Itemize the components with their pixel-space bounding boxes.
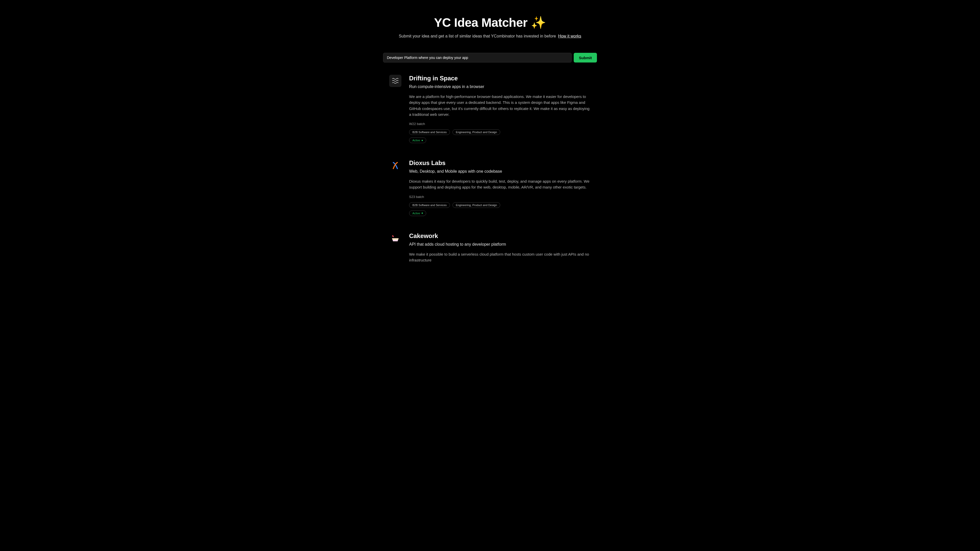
batch-label: W22 batch — [409, 122, 591, 126]
status-dot-icon — [422, 140, 423, 141]
category-tag: Engineering, Product and Design — [452, 129, 500, 135]
result-card: Cakework API that adds cloud hosting to … — [389, 232, 591, 268]
status-dot-icon — [422, 213, 423, 214]
company-name: Drifting in Space — [409, 75, 591, 82]
results-list: Drifting in Space Run compute-intensive … — [383, 75, 597, 268]
status-badge: Active — [409, 210, 426, 216]
idea-input[interactable] — [383, 53, 572, 62]
result-content: Cakework API that adds cloud hosting to … — [409, 232, 591, 268]
status-label: Active — [412, 212, 420, 215]
tags-row: B2B Software and Services Engineering, P… — [409, 129, 591, 135]
batch-label: S23 batch — [409, 195, 591, 199]
category-tag: B2B Software and Services — [409, 202, 450, 208]
company-logo-icon — [389, 232, 401, 245]
company-tagline: API that adds cloud hosting to any devel… — [409, 242, 591, 247]
status-label: Active — [412, 139, 420, 142]
tags-row: B2B Software and Services Engineering, P… — [409, 202, 591, 208]
category-tag: B2B Software and Services — [409, 129, 450, 135]
result-card: Dioxus Labs Web, Desktop, and Mobile app… — [389, 159, 591, 216]
submit-button[interactable]: Submit — [574, 53, 597, 62]
result-content: Dioxus Labs Web, Desktop, and Mobile app… — [409, 159, 591, 216]
result-content: Drifting in Space Run compute-intensive … — [409, 75, 591, 143]
company-name: Cakework — [409, 232, 591, 240]
company-tagline: Run compute-intensive apps in a browser — [409, 84, 591, 89]
status-badge: Active — [409, 138, 426, 143]
company-description: Dioxus makes it easy for developers to q… — [409, 178, 591, 190]
company-tagline: Web, Desktop, and Mobile apps with one c… — [409, 169, 591, 174]
page-subtitle: Submit your idea and get a list of simil… — [383, 34, 597, 38]
company-description: We make it possible to build a serverles… — [409, 251, 591, 263]
search-row: Submit — [383, 53, 597, 62]
page-title: YC Idea Matcher ✨ — [383, 15, 597, 30]
company-logo-icon — [389, 75, 401, 87]
company-description: We are a platform for high-performance b… — [409, 94, 591, 118]
category-tag: Engineering, Product and Design — [452, 202, 500, 208]
result-card: Drifting in Space Run compute-intensive … — [389, 75, 591, 143]
how-it-works-link[interactable]: How it works — [558, 34, 581, 38]
company-name: Dioxus Labs — [409, 159, 591, 167]
page-header: YC Idea Matcher ✨ Submit your idea and g… — [383, 15, 597, 38]
company-logo-icon — [389, 159, 401, 171]
svg-point-0 — [392, 235, 393, 236]
